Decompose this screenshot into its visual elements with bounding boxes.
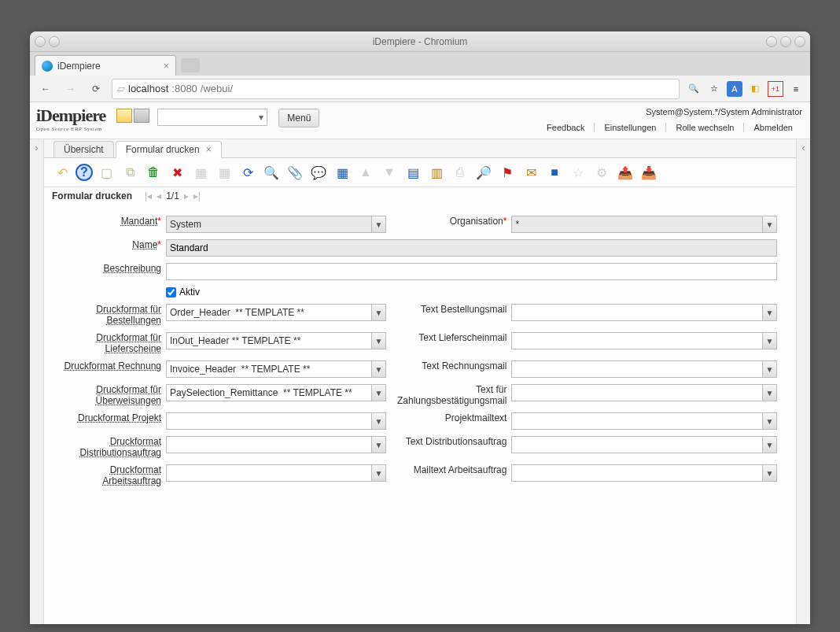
sidebar-right-toggle[interactable]: ‹ bbox=[796, 139, 810, 624]
left-6-input[interactable] bbox=[166, 464, 372, 482]
forward-button[interactable]: → bbox=[61, 79, 80, 98]
tab-overview[interactable]: Übersicht bbox=[53, 141, 114, 157]
window-pin-icon[interactable] bbox=[49, 36, 60, 47]
gplus-icon[interactable]: +1 bbox=[768, 81, 783, 97]
chevron-down-icon[interactable]: ▼ bbox=[763, 412, 777, 430]
down-icon[interactable]: ▼ bbox=[379, 163, 400, 182]
link-switch-role[interactable]: Rolle wechseln bbox=[665, 123, 743, 132]
chevron-down-icon[interactable]: ▼ bbox=[763, 332, 777, 349]
request-icon[interactable]: ✉ bbox=[521, 163, 541, 182]
chevron-down-icon[interactable]: ▼ bbox=[763, 216, 777, 233]
chevron-down-icon[interactable]: ▼ bbox=[763, 436, 777, 453]
right-6-input[interactable] bbox=[511, 464, 763, 482]
grid-icon[interactable]: ▦ bbox=[332, 163, 352, 182]
window-minimize-icon[interactable] bbox=[766, 36, 777, 47]
field-label: Text Bestellungsmail bbox=[421, 304, 507, 315]
first-icon[interactable]: |◂ bbox=[145, 190, 152, 201]
chevron-down-icon[interactable]: ▼ bbox=[763, 360, 777, 378]
refresh-icon[interactable]: ⟳ bbox=[238, 163, 258, 182]
new-window-icon[interactable] bbox=[116, 109, 132, 123]
window-maximize-icon[interactable] bbox=[780, 36, 791, 47]
close-icon[interactable]: × bbox=[206, 144, 212, 155]
product-icon[interactable]: ■ bbox=[544, 163, 565, 182]
left-4-input[interactable] bbox=[166, 412, 372, 430]
last-icon[interactable]: ▸| bbox=[193, 190, 201, 201]
mandant-input[interactable] bbox=[166, 216, 372, 233]
new-tab-button[interactable] bbox=[181, 58, 200, 72]
left-5-input[interactable] bbox=[166, 436, 372, 453]
report-icon[interactable]: ▤ bbox=[403, 163, 423, 182]
extension-icon[interactable]: ◧ bbox=[747, 81, 763, 97]
tab-formular-drucken[interactable]: Formular drucken× bbox=[116, 141, 222, 158]
undo-icon[interactable]: ↶ bbox=[52, 163, 72, 182]
chevron-down-icon[interactable]: ▼ bbox=[372, 332, 386, 349]
reload-button[interactable]: ⟳ bbox=[87, 79, 105, 98]
chevron-down-icon[interactable]: ▼ bbox=[372, 360, 386, 378]
link-logout[interactable]: Abmelden bbox=[743, 123, 802, 132]
chevron-down-icon[interactable]: ▼ bbox=[372, 216, 386, 233]
attach-icon[interactable]: 📎 bbox=[285, 163, 305, 182]
translate-icon[interactable]: A bbox=[727, 81, 742, 97]
delete-red-icon[interactable]: ✖ bbox=[167, 163, 187, 182]
window-menu-icon[interactable] bbox=[35, 36, 46, 47]
up-icon[interactable]: ▲ bbox=[356, 163, 376, 182]
page-icon: ▱ bbox=[117, 83, 125, 94]
new-icon[interactable]: ▢ bbox=[96, 163, 116, 182]
chat-icon[interactable]: 💬 bbox=[308, 163, 329, 182]
link-settings[interactable]: Einstellungen bbox=[594, 123, 665, 132]
chevron-down-icon[interactable]: ▼ bbox=[372, 384, 386, 401]
chrome-menu-icon[interactable]: ≡ bbox=[788, 81, 804, 97]
right-3-input[interactable] bbox=[511, 384, 763, 401]
archive-icon[interactable]: ▥ bbox=[426, 163, 447, 182]
browser-tabstrip: iDempiere × bbox=[30, 52, 810, 76]
right-5-input[interactable] bbox=[511, 436, 763, 453]
zoom-icon[interactable]: 🔍 bbox=[686, 81, 702, 97]
active-wf-icon[interactable]: ⚑ bbox=[497, 163, 518, 182]
browser-tab[interactable]: iDempiere × bbox=[35, 55, 176, 76]
chevron-down-icon[interactable]: ▼ bbox=[372, 412, 386, 430]
name-input[interactable] bbox=[166, 239, 777, 257]
fav-icon[interactable]: ☆ bbox=[568, 163, 588, 182]
left-0-input[interactable] bbox=[166, 304, 372, 321]
left-1-input[interactable] bbox=[166, 332, 372, 349]
sidebar-left-toggle[interactable]: › bbox=[30, 139, 44, 624]
chevron-down-icon[interactable]: ▼ bbox=[372, 464, 386, 482]
close-icon[interactable]: × bbox=[164, 61, 169, 72]
beschreibung-input[interactable] bbox=[166, 263, 777, 280]
right-0-input[interactable] bbox=[511, 304, 763, 321]
menu-button[interactable]: Menü bbox=[278, 109, 319, 128]
back-button[interactable]: ← bbox=[36, 79, 55, 98]
quick-search-input[interactable]: ▾ bbox=[157, 109, 267, 126]
chevron-down-icon[interactable]: ▼ bbox=[372, 304, 386, 321]
copy-icon[interactable]: ⧉ bbox=[120, 163, 140, 182]
chevron-down-icon[interactable]: ▼ bbox=[763, 384, 777, 401]
aktiv-checkbox[interactable] bbox=[166, 287, 176, 298]
import-icon[interactable]: 📥 bbox=[639, 163, 659, 182]
right-1-input[interactable] bbox=[511, 332, 763, 349]
right-4-input[interactable] bbox=[511, 412, 763, 430]
zoom-icon[interactable]: 🔎 bbox=[473, 163, 494, 182]
print-icon[interactable]: ⎙ bbox=[450, 163, 470, 182]
help-icon[interactable]: ? bbox=[76, 164, 93, 181]
chevron-down-icon[interactable]: ▼ bbox=[763, 304, 777, 321]
process-icon[interactable]: ⚙ bbox=[591, 163, 612, 182]
find-icon[interactable]: 🔍 bbox=[261, 163, 282, 182]
left-2-input[interactable] bbox=[166, 360, 372, 378]
saveall-icon[interactable]: ▦ bbox=[214, 163, 234, 182]
prev-icon[interactable]: ◂ bbox=[157, 190, 161, 201]
save-icon[interactable]: ▦ bbox=[190, 163, 211, 182]
right-2-input[interactable] bbox=[511, 360, 763, 378]
bookmark-icon[interactable]: ☆ bbox=[706, 81, 722, 97]
organisation-input[interactable] bbox=[511, 216, 763, 233]
chevron-down-icon[interactable]: ▼ bbox=[372, 436, 386, 453]
link-feedback[interactable]: Feedback bbox=[537, 123, 594, 132]
breadcrumb-title: Formular drucken bbox=[52, 190, 132, 201]
export-icon[interactable]: 📤 bbox=[615, 163, 636, 182]
window-list-icon[interactable] bbox=[134, 109, 149, 123]
url-input[interactable]: ▱ localhost:8080/webui/ bbox=[112, 79, 680, 99]
delete-icon[interactable]: 🗑 bbox=[143, 163, 164, 182]
window-close-icon[interactable] bbox=[794, 36, 805, 47]
left-3-input[interactable] bbox=[166, 384, 372, 401]
chevron-down-icon[interactable]: ▼ bbox=[763, 464, 777, 482]
next-icon[interactable]: ▸ bbox=[184, 190, 189, 201]
